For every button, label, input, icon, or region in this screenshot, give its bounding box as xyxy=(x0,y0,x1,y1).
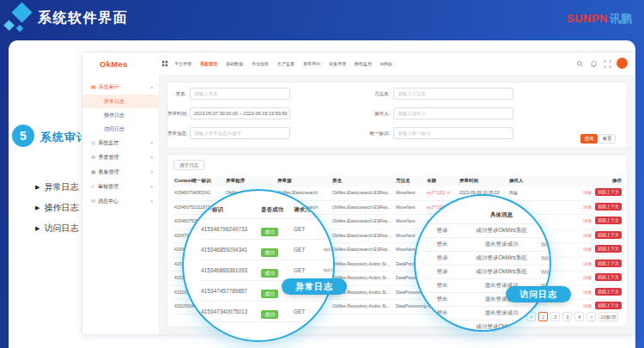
bullet-arrow-icon: ▶ xyxy=(35,205,39,211)
filter-label-2: 异常时间: xyxy=(167,107,186,119)
mag-right-row: 登录成功登录OkMes系统Windows10 xyxy=(422,266,551,279)
trace-context-button[interactable]: 追踪上下文 xyxy=(595,288,622,296)
nav-item-2[interactable]: 基础数据 xyxy=(223,59,246,68)
search-button[interactable]: 查询 xyxy=(580,134,598,143)
reset-button[interactable]: 重置 xyxy=(598,134,616,143)
sidebar-item-操作日志[interactable]: 操作日志 xyxy=(82,108,159,122)
page-1[interactable]: 1 xyxy=(538,312,548,321)
sidebar-group-2[interactable]: ⚙开发管理▾ xyxy=(82,150,159,165)
mag-status: 成功 xyxy=(261,242,294,258)
column-header-6: 异常时间 xyxy=(459,175,509,186)
nav-item-7[interactable]: 静电监控 xyxy=(352,59,374,68)
section-bullet-2: ▶访问日志 xyxy=(35,223,78,235)
token-eye-icon[interactable]: ⊙ xyxy=(447,190,450,195)
mag-op-type: 登录 xyxy=(422,268,462,276)
trace-context-button[interactable]: 追踪上下文 xyxy=(595,245,622,253)
trace-context-button[interactable]: 追踪上下文 xyxy=(595,188,622,196)
mag-op-message: 成功登录OkMes系统 xyxy=(462,268,541,276)
audit-icon: ▤ xyxy=(91,84,96,89)
chevron-up-icon: ▴ xyxy=(150,80,153,95)
sidebar-group-0[interactable]: ▤系统审计▴ xyxy=(82,80,159,95)
mag-op-type: 登录 xyxy=(422,227,462,235)
page-size-select[interactable]: 10条/页 xyxy=(598,312,618,321)
token-value: eyJ**12Q xyxy=(427,190,445,195)
trace-context-button[interactable]: 追踪上下文 xyxy=(595,203,622,211)
table-header: Context唯一标识异常程序异常源类名方法名令牌异常时间操作人操作 xyxy=(173,175,622,186)
filter-panel: 查询 重置 类名:请输入类名方法名:请输入方法名异常时间:2023-05-07 … xyxy=(167,82,628,149)
bullet-label: 异常日志 xyxy=(44,182,78,192)
cell-actions: 详情追踪上下文 xyxy=(540,272,627,285)
page-next[interactable]: > xyxy=(586,312,596,321)
search-icon[interactable] xyxy=(576,60,584,68)
mag-status: 成功 xyxy=(261,222,294,237)
mag-id: 415346859294341 xyxy=(201,247,261,253)
magnifier-left-rows: 415346796249733成功GET/api/es/drop_l...415… xyxy=(201,219,335,322)
sidebar-item-异常日志[interactable]: 异常日志 xyxy=(82,95,159,108)
column-header-2: 异常源 xyxy=(277,175,332,186)
mag-op-message: 成功登录OkMes系统 xyxy=(462,227,541,235)
filter-label-1: 方法名: xyxy=(363,88,390,100)
slide: 系统软件界面 SUNPN讯鹏 5 系统审计 ▶异常日志▶操作日志▶访问日志 Ok… xyxy=(0,0,644,348)
nav-item-1[interactable]: 系统管理 xyxy=(197,59,220,68)
section-bullet-0: ▶异常日志 xyxy=(35,181,78,193)
filter-input-2[interactable]: 2023-05-07 00:00:00 ~ 2023-05-09 23:59:5… xyxy=(190,107,290,119)
sidebar-group-4[interactable]: ✓审核管理▾ xyxy=(82,180,159,194)
sidebar-group-3[interactable]: ▦看板管理▾ xyxy=(82,165,159,180)
trace-context-button[interactable]: 追踪上下文 xyxy=(595,231,622,239)
detail-link[interactable]: 详情 xyxy=(583,261,592,266)
mag-method: GET xyxy=(294,247,323,253)
column-header-0: Context唯一标识 xyxy=(173,175,226,186)
filter-input-0[interactable]: 请输入类名 xyxy=(190,88,290,100)
filter-label-0: 类名: xyxy=(167,88,186,100)
nav-item-5[interactable]: 异常呼叫 xyxy=(301,59,323,68)
nav-item-6[interactable]: 设备管理 xyxy=(326,59,349,68)
chevron-down-icon: ▾ xyxy=(150,136,153,150)
magnifier-access-log: 具体消息 登录成功登录OkMes系统Windows10登出退出登录成功Windo… xyxy=(414,194,551,332)
mag-op-os: Windows10 xyxy=(541,255,551,261)
trace-context-button[interactable]: 追踪上下文 xyxy=(595,273,622,281)
logo-diamond-medium xyxy=(3,20,15,31)
detail-link[interactable]: 详情 xyxy=(583,205,592,210)
detail-link[interactable]: 详情 xyxy=(583,275,592,280)
sidebar-group-label: 系统监控 xyxy=(98,140,118,145)
app-sidebar: ▤系统审计▴异常日志操作日志访问日志◎系统监控▾⚙开发管理▾▦看板管理▾✓审核管… xyxy=(82,75,160,334)
bell-icon[interactable] xyxy=(590,60,598,68)
cell-3: OkMes.Elasticsearch.ESRep... xyxy=(332,229,396,243)
cell-3: OkMes.Repository.Andon.St... xyxy=(332,300,396,314)
status-badge: 成功 xyxy=(261,269,278,278)
section-bullet-1: ▶操作日志 xyxy=(35,202,78,214)
nav-item-8[interactable]: io同步 xyxy=(378,59,395,68)
detail-link[interactable]: 详情 xyxy=(583,303,592,308)
filter-input-3[interactable]: 请输入操作人 xyxy=(393,107,513,119)
page-4[interactable]: 4 xyxy=(574,312,584,321)
page-2[interactable]: 2 xyxy=(550,312,560,321)
detail-link[interactable]: 详情 xyxy=(583,247,592,252)
bullet-label: 访问日志 xyxy=(44,223,78,233)
sidebar-item-访问日志[interactable]: 访问日志 xyxy=(82,122,159,136)
sidebar-group-5[interactable]: ✉消息中心▾ xyxy=(82,194,159,209)
bullet-label: 操作日志 xyxy=(44,203,78,212)
filter-input-5[interactable]: 请输入唯一标识 xyxy=(393,127,513,139)
grid-menu-icon[interactable] xyxy=(161,60,168,67)
bullet-arrow-icon: ▶ xyxy=(35,225,39,231)
nav-item-0[interactable]: 平台管理 xyxy=(172,59,194,68)
sidebar-group-1[interactable]: ◎系统监控▾ xyxy=(82,136,159,150)
nav-item-3[interactable]: 作业指导 xyxy=(249,59,271,68)
nav-item-4[interactable]: 生产监看 xyxy=(275,59,297,68)
fullscreen-icon[interactable] xyxy=(604,60,611,68)
avatar[interactable] xyxy=(617,58,628,69)
detail-link[interactable]: 详情 xyxy=(583,233,592,238)
detail-link[interactable]: 详情 xyxy=(583,290,592,295)
detail-link[interactable]: 详情 xyxy=(583,218,592,223)
dev-icon: ⚙ xyxy=(91,155,95,160)
section-bullet-list: ▶异常日志▶操作日志▶访问日志 xyxy=(35,181,78,243)
detail-link[interactable]: 详情 xyxy=(583,190,592,195)
trace-context-button[interactable]: 追踪上下文 xyxy=(595,259,622,267)
clear-logs-button[interactable]: 清空日志 xyxy=(173,160,204,170)
trace-context-button[interactable]: 追踪上下文 xyxy=(595,302,622,309)
brand-cn: 讯鹏 xyxy=(610,12,632,25)
trace-context-button[interactable]: 追踪上下文 xyxy=(595,217,622,224)
filter-input-1[interactable]: 请输入方法名 xyxy=(393,88,513,100)
filter-input-4[interactable]: 请输入异常信息关键字 xyxy=(190,127,290,139)
page-3[interactable]: 3 xyxy=(562,312,572,321)
